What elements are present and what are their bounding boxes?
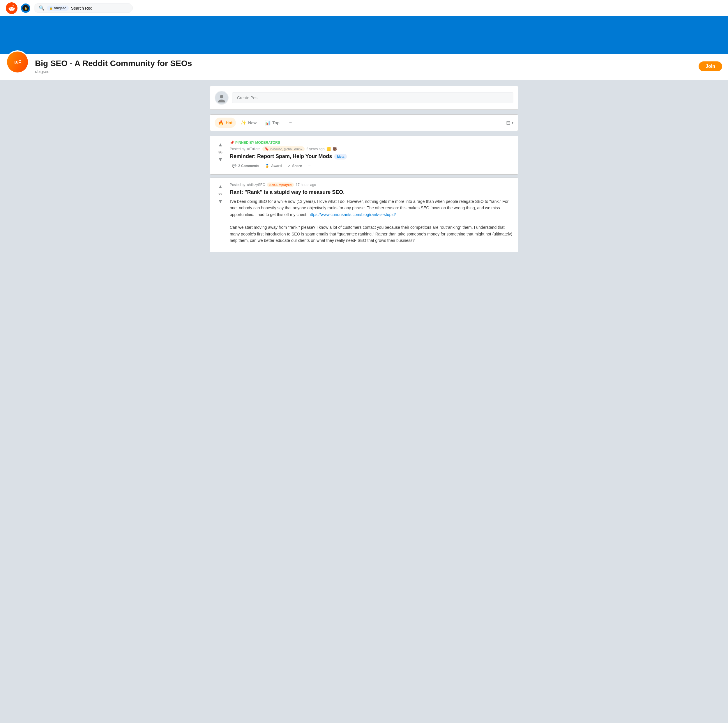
posted-by-label: Posted by <box>230 147 245 151</box>
user-avatar <box>215 91 229 105</box>
svg-text:🔒: 🔒 <box>24 7 28 10</box>
post-body-paragraph-2: Can we start moving away from "rank," pl… <box>230 225 512 243</box>
post-title[interactable]: Rant: "Rank" is a stupid way to measure … <box>230 189 513 195</box>
post-title[interactable]: Reminder: Report Spam, Help Your Mods Me… <box>230 153 513 160</box>
share-icon: ↗ <box>288 164 291 168</box>
create-post-bar: Create Post <box>210 86 518 110</box>
post-meta: Posted by u/dizzySEO Self-Employed 17 ho… <box>230 183 513 187</box>
search-input-text: Search Red <box>71 6 93 11</box>
create-post-input[interactable]: Create Post <box>232 92 513 103</box>
layout-chevron: ▾ <box>512 121 513 125</box>
search-icon: 🔍 <box>39 5 44 11</box>
vote-count: 36 <box>219 150 222 154</box>
award-emoji-2: 🐻 <box>333 147 337 151</box>
subreddit-name: r/bigseo <box>35 69 693 74</box>
subreddit-header-icon[interactable]: 🔒 <box>21 3 30 13</box>
subreddit-title: Big SEO - A Reddit Community for SEOs <box>35 59 693 68</box>
comments-button[interactable]: 💬 2 Comments <box>230 162 262 170</box>
reddit-logo[interactable] <box>6 2 17 14</box>
hot-icon: 🔥 <box>218 120 224 125</box>
svg-point-4 <box>220 95 223 98</box>
pinned-label-text: PINNED BY MODERATORS <box>235 140 280 145</box>
sort-more-button[interactable]: ··· <box>285 118 296 128</box>
sort-hot-button[interactable]: 🔥 Hot <box>215 117 236 128</box>
post-actions: 💬 2 Comments 🏅 Award ↗ Share ··· <box>230 162 513 170</box>
content-wrap: Create Post 🔥 Hot ✨ New 📊 Top ··· ⊟ ▾ ▲ … <box>204 80 524 261</box>
subreddit-icon-large: SEO <box>6 50 29 74</box>
post-title-text: Reminder: Report Spam, Help Your Mods <box>230 153 332 160</box>
sort-hot-label: Hot <box>226 120 232 125</box>
search-subreddit-tag: 🔒 r/bigseo <box>47 6 69 11</box>
post-flair: Meta <box>334 154 347 160</box>
post-body-link[interactable]: https://www.curiousants.com/blog/rank-is… <box>309 212 396 217</box>
post-meta: Posted by u/Tuilere 🔖 in-house, global, … <box>230 146 513 151</box>
subreddit-banner <box>0 16 728 54</box>
more-actions-button[interactable]: ··· <box>306 162 313 170</box>
subreddit-info: Big SEO - A Reddit Community for SEOs r/… <box>35 59 693 74</box>
post-author[interactable]: u/Tuilere <box>247 147 260 151</box>
sort-new-label: New <box>248 120 257 125</box>
downvote-button[interactable]: ▼ <box>217 156 224 164</box>
share-label: Share <box>292 164 302 168</box>
post-title-text: Rant: "Rank" is a stupid way to measure … <box>230 189 344 195</box>
site-header: 🔒 🔍 🔒 r/bigseo Search Red <box>0 0 728 16</box>
user-flair: Self-Employed <box>267 183 294 187</box>
comments-label: 2 Comments <box>238 164 259 168</box>
sort-bar: 🔥 Hot ✨ New 📊 Top ··· ⊟ ▾ <box>210 114 518 131</box>
comments-icon: 💬 <box>232 164 237 168</box>
post-body-text: I've been doing SEO for a while now (13 … <box>230 198 513 244</box>
post-card: ▲ 22 ▼ Posted by u/dizzySEO Self-Employe… <box>210 177 518 252</box>
vote-count: 22 <box>219 192 222 196</box>
layout-icon: ⊟ <box>506 120 511 126</box>
more-label: ··· <box>308 164 311 168</box>
pin-icon: 📌 <box>230 140 234 145</box>
user-flair: 🔖 in-house, global, drunk <box>262 146 304 151</box>
award-button[interactable]: 🏅 Award <box>263 162 284 170</box>
subreddit-header: SEO Big SEO - A Reddit Community for SEO… <box>0 54 728 80</box>
upvote-button[interactable]: ▲ <box>217 140 224 149</box>
search-bar[interactable]: 🔍 🔒 r/bigseo Search Red <box>34 3 133 13</box>
post-card: ▲ 36 ▼ 📌 PINNED BY MODERATORS Posted by … <box>210 136 518 175</box>
time-ago: 17 hours ago <box>295 183 316 187</box>
join-button[interactable]: Join <box>699 61 722 71</box>
share-button[interactable]: ↗ Share <box>285 162 304 170</box>
time-ago: 2 years ago <box>306 147 325 151</box>
downvote-button[interactable]: ▼ <box>217 197 224 206</box>
sort-new-button[interactable]: ✨ New <box>237 117 260 128</box>
sort-top-label: Top <box>272 120 280 125</box>
top-icon: 📊 <box>265 120 271 125</box>
vote-column: ▲ 36 ▼ <box>215 140 226 170</box>
layout-toggle[interactable]: ⊟ ▾ <box>506 120 513 126</box>
pinned-label: 📌 PINNED BY MODERATORS <box>230 140 513 145</box>
award-icon: 🏅 <box>265 164 269 168</box>
posted-by-label: Posted by <box>230 183 245 187</box>
post-body-content: 📌 PINNED BY MODERATORS Posted by u/Tuile… <box>230 140 513 170</box>
sort-top-button[interactable]: 📊 Top <box>261 117 283 128</box>
flair-emoji: 🔖 <box>265 147 269 151</box>
sort-more-label: ··· <box>289 120 292 125</box>
post-body-content: Posted by u/dizzySEO Self-Employed 17 ho… <box>230 183 513 247</box>
award-emoji-1: 🟨 <box>326 147 331 151</box>
new-icon: ✨ <box>240 120 246 125</box>
award-label: Award <box>271 164 281 168</box>
upvote-button[interactable]: ▲ <box>217 183 224 191</box>
subreddit-icon-text: SEO <box>13 59 22 65</box>
post-author[interactable]: u/dizzySEO <box>247 183 265 187</box>
vote-column: ▲ 22 ▼ <box>215 183 226 247</box>
flair-user-text: in-house, global, drunk <box>270 147 302 151</box>
search-subreddit-label: r/bigseo <box>54 6 66 10</box>
